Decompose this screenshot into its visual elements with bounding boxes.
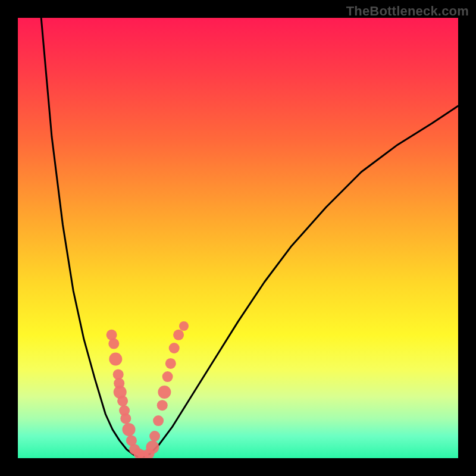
plot-area: [18, 18, 458, 458]
chart-frame: TheBottleneck.com: [0, 0, 476, 476]
scatter-point: [109, 353, 122, 366]
curve-svg: [18, 18, 458, 458]
watermark-text: TheBottleneck.com: [346, 4, 469, 19]
scatter-point: [108, 339, 119, 349]
scatter-point: [146, 441, 159, 454]
scatter-point: [123, 423, 136, 436]
scatter-point: [120, 413, 131, 424]
scatter-point: [173, 330, 184, 340]
scatter-point: [165, 358, 176, 369]
scatter-point: [179, 321, 189, 331]
scatter-point: [169, 343, 180, 353]
scatter-point: [153, 415, 164, 426]
scatter-point: [117, 396, 128, 406]
scatter-point: [162, 371, 173, 382]
scatter-point: [157, 400, 168, 411]
scatter-point: [158, 386, 171, 399]
scatter-point: [149, 431, 160, 441]
bottleneck-curve: [41, 18, 458, 458]
